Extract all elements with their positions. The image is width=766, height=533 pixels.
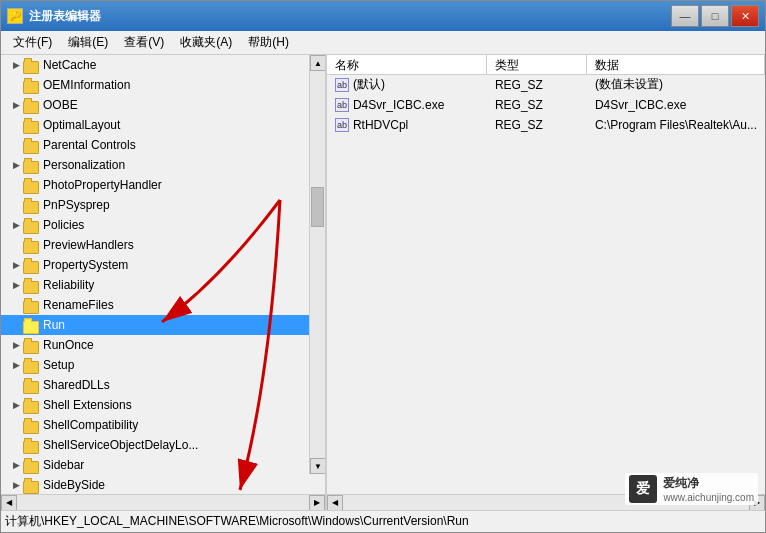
- reg-icon: ab: [335, 98, 349, 112]
- folder-icon: [23, 438, 39, 452]
- hscroll-left-button[interactable]: ◀: [1, 495, 17, 511]
- tree-hscrollbar[interactable]: ◀ ▶: [1, 494, 325, 510]
- reg-row-default[interactable]: ab (默认) REG_SZ (数值未设置): [327, 75, 765, 95]
- menu-help[interactable]: 帮助(H): [240, 32, 297, 53]
- reg-row-d4svr[interactable]: ab D4Svr_ICBC.exe REG_SZ D4Svr_ICBC.exe: [327, 95, 765, 115]
- folder-icon: [23, 78, 39, 92]
- tree-item-shareddlls[interactable]: SharedDLLs: [1, 375, 325, 395]
- reg-name-label: (默认): [353, 76, 385, 93]
- expand-arrow: [9, 238, 23, 252]
- watermark-brand: 爱纯净: [663, 475, 754, 492]
- tree-item-runonce[interactable]: ▶ RunOnce: [1, 335, 325, 355]
- close-button[interactable]: ✕: [731, 5, 759, 27]
- folder-icon: [23, 458, 39, 472]
- reg-cell-name: ab D4Svr_ICBC.exe: [327, 98, 487, 112]
- tree-item-label: Parental Controls: [43, 138, 136, 152]
- tree-item-pnpsysprep[interactable]: PnPSysprep: [1, 195, 325, 215]
- reg-cell-type: REG_SZ: [487, 78, 587, 92]
- tree-item-label: PropertySystem: [43, 258, 128, 272]
- scroll-thumb[interactable]: [311, 187, 324, 227]
- tree-scrollbar[interactable]: ▲ ▼: [309, 55, 325, 474]
- menu-file[interactable]: 文件(F): [5, 32, 60, 53]
- status-bar-text: 计算机\HKEY_LOCAL_MACHINE\SOFTWARE\Microsof…: [5, 513, 469, 530]
- tree-item-policies[interactable]: ▶ Policies: [1, 215, 325, 235]
- hscroll-track[interactable]: [17, 495, 309, 511]
- tree-item-label: Personalization: [43, 158, 125, 172]
- expand-arrow: [9, 318, 23, 332]
- tree-item-label: NetCache: [43, 58, 96, 72]
- expand-arrow: ▶: [9, 358, 23, 372]
- expand-arrow: ▶: [9, 338, 23, 352]
- menu-edit[interactable]: 编辑(E): [60, 32, 116, 53]
- right-panel-header: 名称 类型 数据: [327, 55, 765, 75]
- right-hscroll-left-button[interactable]: ◀: [327, 495, 343, 511]
- folder-icon: [23, 58, 39, 72]
- folder-icon: [23, 218, 39, 232]
- col-header-type: 类型: [487, 55, 587, 74]
- tree-item-setup[interactable]: ▶ Setup: [1, 355, 325, 375]
- window-icon: 🔑: [7, 8, 23, 24]
- menu-view[interactable]: 查看(V): [116, 32, 172, 53]
- tree-item-personalization[interactable]: ▶ Personalization: [1, 155, 325, 175]
- expand-arrow: [9, 138, 23, 152]
- right-panel-content: ab (默认) REG_SZ (数值未设置) ab D4Svr_ICBC.exe…: [327, 75, 765, 494]
- tree-item-netcache[interactable]: ▶ NetCache: [1, 55, 325, 75]
- tree-item-run[interactable]: Run: [1, 315, 325, 335]
- expand-arrow: ▶: [9, 158, 23, 172]
- expand-arrow: [9, 298, 23, 312]
- tree-item-label: ShellCompatibility: [43, 418, 138, 432]
- folder-icon: [23, 378, 39, 392]
- hscroll-right-button[interactable]: ▶: [309, 495, 325, 511]
- expand-arrow: [9, 118, 23, 132]
- title-bar-buttons: — □ ✕: [671, 5, 759, 27]
- reg-name-label: D4Svr_ICBC.exe: [353, 98, 444, 112]
- window-title: 注册表编辑器: [29, 8, 671, 25]
- tree-panel[interactable]: ▶ NetCache OEMInformation ▶ OOBE: [1, 55, 325, 494]
- col-header-name: 名称: [327, 55, 487, 74]
- expand-arrow: ▶: [9, 258, 23, 272]
- tree-item-shellcompatibility[interactable]: ShellCompatibility: [1, 415, 325, 435]
- tree-item-renamefiles[interactable]: RenameFiles: [1, 295, 325, 315]
- expand-arrow: ▶: [9, 98, 23, 112]
- tree-item-photopropertyhandler[interactable]: PhotoPropertyHandler: [1, 175, 325, 195]
- tree-item-oobe[interactable]: ▶ OOBE: [1, 95, 325, 115]
- reg-row-rthdvcpl[interactable]: ab RtHDVCpl REG_SZ C:\Program Files\Real…: [327, 115, 765, 135]
- tree-item-reliability[interactable]: ▶ Reliability: [1, 275, 325, 295]
- watermark: 爱 爱纯净 www.aichunjing.com: [625, 473, 758, 505]
- tree-item-parentalcontrols[interactable]: Parental Controls: [1, 135, 325, 155]
- folder-icon: [23, 478, 39, 492]
- status-bar: 计算机\HKEY_LOCAL_MACHINE\SOFTWARE\Microsof…: [1, 510, 765, 532]
- reg-cell-name: ab (默认): [327, 76, 487, 93]
- reg-cell-name: ab RtHDVCpl: [327, 118, 487, 132]
- reg-cell-type: REG_SZ: [487, 118, 587, 132]
- scroll-up-button[interactable]: ▲: [310, 55, 325, 71]
- expand-arrow: [9, 78, 23, 92]
- tree-item-optimallayout[interactable]: OptimalLayout: [1, 115, 325, 135]
- tree-item-label: Reliability: [43, 278, 94, 292]
- maximize-button[interactable]: □: [701, 5, 729, 27]
- right-panel-section: 名称 类型 数据 ab (默认) REG_SZ (数值未设置) ab: [327, 55, 765, 510]
- col-header-data: 数据: [587, 55, 765, 74]
- folder-icon: [23, 338, 39, 352]
- folder-icon: [23, 118, 39, 132]
- tree-item-previewhandlers[interactable]: PreviewHandlers: [1, 235, 325, 255]
- tree-item-label: OOBE: [43, 98, 78, 112]
- tree-item-label: SharedDLLs: [43, 378, 110, 392]
- expand-arrow: ▶: [9, 458, 23, 472]
- tree-item-propertysystem[interactable]: ▶ PropertySystem: [1, 255, 325, 275]
- tree-item-sidebyside[interactable]: ▶ SideBySide: [1, 475, 325, 494]
- tree-item-shellservicedelay[interactable]: ShellServiceObjectDelayLo...: [1, 435, 325, 455]
- registry-editor-window: 🔑 注册表编辑器 — □ ✕ 文件(F) 编辑(E) 查看(V) 收藏夹(A) …: [0, 0, 766, 533]
- expand-arrow: ▶: [9, 278, 23, 292]
- tree-item-label: ShellServiceObjectDelayLo...: [43, 438, 198, 452]
- tree-item-label: Policies: [43, 218, 84, 232]
- folder-icon: [23, 358, 39, 372]
- expand-arrow: ▶: [9, 398, 23, 412]
- scroll-down-button[interactable]: ▼: [310, 458, 325, 474]
- tree-item-oeminformation[interactable]: OEMInformation: [1, 75, 325, 95]
- scroll-track[interactable]: [310, 71, 325, 458]
- menu-favorites[interactable]: 收藏夹(A): [172, 32, 240, 53]
- minimize-button[interactable]: —: [671, 5, 699, 27]
- tree-item-shellextensions[interactable]: ▶ Shell Extensions: [1, 395, 325, 415]
- tree-item-sidebar[interactable]: ▶ Sidebar: [1, 455, 325, 475]
